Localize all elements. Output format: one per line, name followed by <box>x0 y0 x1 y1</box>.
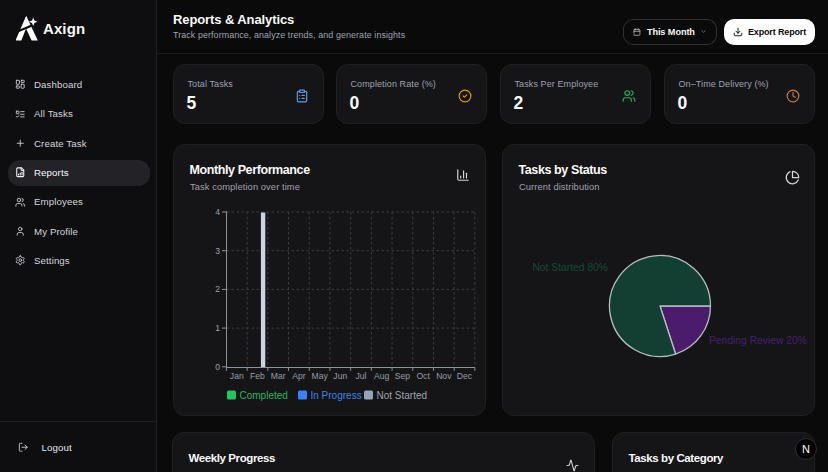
svg-text:Not Started 80%: Not Started 80% <box>532 262 608 273</box>
svg-text:Mar: Mar <box>271 371 286 381</box>
svg-text:Oct: Oct <box>416 371 430 381</box>
svg-text:Sep: Sep <box>395 371 411 381</box>
svg-text:Aug: Aug <box>374 371 390 381</box>
svg-text:Nov: Nov <box>436 371 452 381</box>
svg-text:Jul: Jul <box>356 371 367 381</box>
svg-text:0: 0 <box>215 362 220 372</box>
svg-text:Dec: Dec <box>457 371 473 381</box>
svg-text:3: 3 <box>215 246 220 256</box>
svg-text:1: 1 <box>215 323 220 333</box>
svg-text:Not Started: Not Started <box>377 390 428 401</box>
svg-text:Pending Review 20%: Pending Review 20% <box>709 335 807 346</box>
svg-text:Feb: Feb <box>250 371 265 381</box>
svg-text:Completed: Completed <box>240 390 288 401</box>
svg-text:May: May <box>311 371 328 381</box>
svg-text:Jun: Jun <box>333 371 347 381</box>
svg-text:2: 2 <box>215 284 220 294</box>
svg-text:4: 4 <box>215 207 220 217</box>
svg-text:Apr: Apr <box>292 371 306 381</box>
svg-text:Jan: Jan <box>230 371 244 381</box>
svg-text:In Progress: In Progress <box>311 390 362 401</box>
